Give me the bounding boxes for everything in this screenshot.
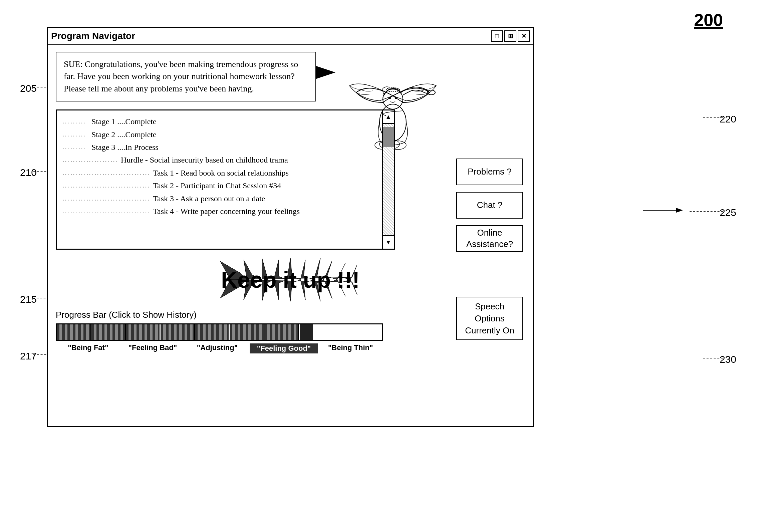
progress-segment-7 bbox=[264, 324, 299, 340]
svg-point-2 bbox=[389, 97, 391, 99]
chat-button[interactable]: Chat ? bbox=[456, 192, 523, 219]
stage-item-task1: …………………………… Task 1 - Read book on social… bbox=[62, 167, 376, 179]
stage-item-3: ……… Stage 3 ....In Process bbox=[62, 141, 376, 154]
progress-bar[interactable] bbox=[56, 323, 383, 341]
stage-item-task3: …………………………… Task 3 - Ask a person out on… bbox=[62, 192, 376, 205]
figure-number: 200 bbox=[694, 10, 723, 30]
progress-segment-6 bbox=[230, 324, 264, 340]
stage-list-scrollbar: ▲ ▼ bbox=[383, 109, 395, 250]
svg-marker-11 bbox=[676, 208, 683, 213]
window-content: SUE: Congratulations, you've been making… bbox=[48, 45, 533, 360]
ref-label-215: 215 bbox=[20, 294, 37, 305]
chat-arrow bbox=[643, 205, 683, 215]
ref-label-220: 220 bbox=[720, 113, 736, 125]
stage-item-hurdle: ………………… Hurdle - Social insecurity based… bbox=[62, 154, 376, 166]
problems-button[interactable]: Problems ? bbox=[456, 159, 523, 185]
stage-item-1: ……… Stage 1 ....Complete bbox=[62, 115, 376, 128]
progress-segment-4 bbox=[161, 324, 195, 340]
close-button[interactable]: ✕ bbox=[518, 30, 530, 42]
ref-label-217: 217 bbox=[20, 350, 37, 362]
keep-it-up-text: Keep it up !!! bbox=[221, 267, 360, 293]
stage-list-section: ……… Stage 1 ....Complete ……… Stage 2 ...… bbox=[56, 109, 525, 250]
ref-label-230: 230 bbox=[720, 354, 736, 365]
title-bar: Program Navigator □ ⊞ ✕ bbox=[48, 28, 533, 45]
keep-it-up-area: Keep it up !!! bbox=[56, 256, 525, 303]
progress-segment-empty-2 bbox=[348, 324, 382, 340]
ref-label-210: 210 bbox=[20, 167, 37, 178]
progress-segment-1 bbox=[57, 324, 91, 340]
progress-segment-empty-1 bbox=[314, 324, 348, 340]
ref-label-225: 225 bbox=[720, 207, 736, 218]
stage-list-box: ……… Stage 1 ....Complete ……… Stage 2 ...… bbox=[56, 109, 383, 250]
progress-segment-5 bbox=[195, 324, 230, 340]
svg-point-4 bbox=[427, 90, 435, 95]
progress-segment-2 bbox=[91, 324, 125, 340]
progress-label-being-fat: "Being Fat" bbox=[56, 343, 120, 353]
progress-segment-3 bbox=[126, 324, 161, 340]
stage-item-2: ……… Stage 2 ....Complete bbox=[62, 128, 376, 141]
progress-bar-label: Progress Bar (Click to Show History) bbox=[56, 310, 525, 320]
online-assistance-button[interactable]: OnlineAssistance? bbox=[456, 225, 523, 252]
progress-label-feeling-good: "Feeling Good" bbox=[250, 343, 318, 353]
scroll-thumb[interactable] bbox=[383, 127, 394, 147]
progress-label-being-thin: "Being Thin" bbox=[318, 343, 383, 353]
maximize-button[interactable]: ⊞ bbox=[504, 30, 516, 42]
svg-point-3 bbox=[395, 97, 397, 99]
title-bar-buttons: □ ⊞ ✕ bbox=[491, 30, 530, 42]
sue-speech-bubble: SUE: Congratulations, you've been making… bbox=[56, 52, 316, 101]
scroll-track bbox=[383, 124, 394, 235]
progress-segment-current bbox=[299, 324, 314, 340]
main-window: Program Navigator □ ⊞ ✕ SUE: Congratulat… bbox=[47, 27, 534, 427]
speech-options-button[interactable]: SpeechOptionsCurrently On bbox=[456, 297, 523, 340]
progress-bar-labels: "Being Fat" "Feeling Bad" "Adjusting" "F… bbox=[56, 343, 383, 353]
ref-label-205: 205 bbox=[20, 83, 37, 94]
minimize-button[interactable]: □ bbox=[491, 30, 503, 42]
progress-label-adjusting: "Adjusting" bbox=[185, 343, 250, 353]
stage-item-task4: …………………………… Task 4 - Write paper concern… bbox=[62, 205, 376, 218]
title-bar-text: Program Navigator bbox=[51, 31, 135, 41]
stage-item-task2: …………………………… Task 2 - Participant in Chat… bbox=[62, 179, 376, 192]
side-buttons-container: Problems ? Chat ? OnlineAssistance? bbox=[456, 159, 523, 252]
sue-message-text: SUE: Congratulations, you've been making… bbox=[64, 59, 298, 93]
scroll-down-button[interactable]: ▼ bbox=[383, 235, 394, 249]
progress-label-feeling-bad: "Feeling Bad" bbox=[120, 343, 185, 353]
progress-section: Progress Bar (Click to Show History) "Be… bbox=[56, 310, 525, 353]
